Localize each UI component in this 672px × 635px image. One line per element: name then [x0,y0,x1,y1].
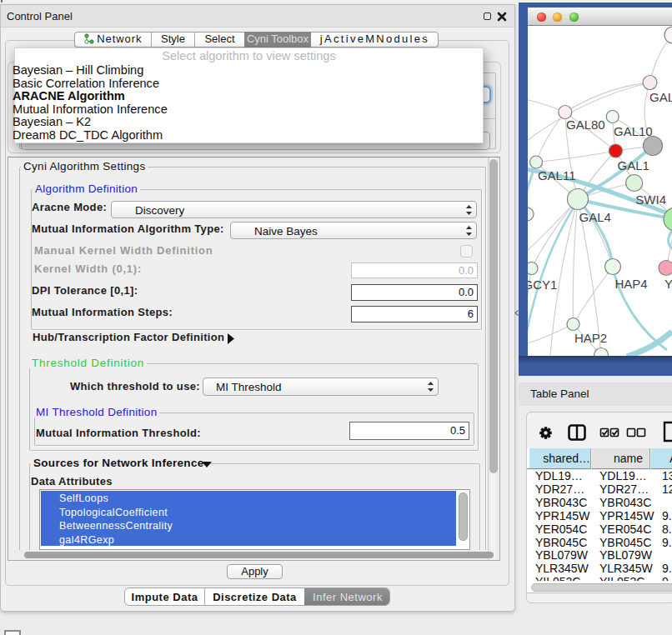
svg-text:SWI4: SWI4 [635,192,666,207]
svg-text:GAL4: GAL4 [579,210,611,224]
svg-text:GAL80: GAL80 [566,118,605,132]
svg-text:GAL8: GAL8 [649,90,672,104]
svg-text:GAL1: GAL1 [618,158,649,172]
svg-text:HAP2: HAP2 [574,331,607,345]
svg-text:GAL11: GAL11 [538,168,576,182]
svg-text:GAL10: GAL10 [614,124,653,138]
svg-text:HAP4: HAP4 [615,277,648,291]
svg-text:GCY1: GCY1 [528,278,557,292]
svg-text:YM: YM [664,277,672,291]
